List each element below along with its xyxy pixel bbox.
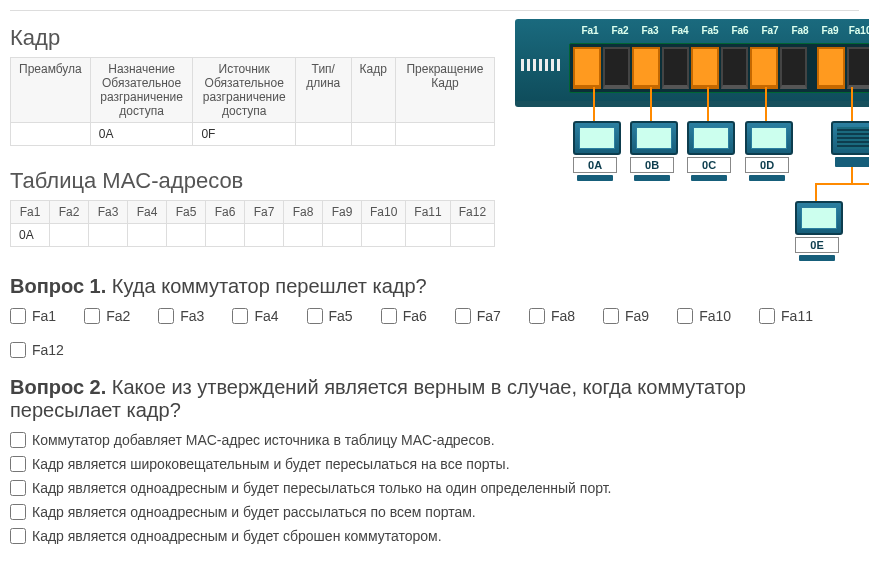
switch-port-label: Fa8 bbox=[785, 25, 815, 36]
q1-option[interactable]: Fa6 bbox=[381, 308, 427, 324]
mac-th: Fa10 bbox=[362, 201, 406, 224]
mac-td: 0A bbox=[11, 224, 50, 247]
q2-option[interactable]: Кадр является одноадресным и будет перес… bbox=[10, 480, 859, 496]
q1-option[interactable]: Fa9 bbox=[603, 308, 649, 324]
q2-option[interactable]: Кадр является широковещательным и будет … bbox=[10, 456, 859, 472]
switch-port bbox=[603, 47, 631, 89]
frame-th-type: Тип/ длина bbox=[296, 58, 352, 123]
frame-th-fcs: Прекращение Кадр bbox=[395, 58, 494, 123]
hub bbox=[831, 121, 869, 167]
q1-checkbox[interactable] bbox=[10, 308, 26, 324]
mac-th: Fa8 bbox=[284, 201, 323, 224]
q1-checkbox[interactable] bbox=[10, 342, 26, 358]
q1-checkbox[interactable] bbox=[232, 308, 248, 324]
q1-checkbox[interactable] bbox=[381, 308, 397, 324]
q1-checkbox[interactable] bbox=[603, 308, 619, 324]
q2-options: Коммутатор добавляет MAC-адрес источника… bbox=[10, 432, 859, 544]
mac-th: Fa7 bbox=[245, 201, 284, 224]
switch-port bbox=[691, 47, 719, 89]
q1-option[interactable]: Fa12 bbox=[10, 342, 64, 358]
frame-th-preamble: Преамбула bbox=[11, 58, 91, 123]
switch-port-label: Fa10 bbox=[845, 25, 869, 36]
switch-port-label: Fa9 bbox=[815, 25, 845, 36]
q1-checkbox[interactable] bbox=[455, 308, 471, 324]
mac-table: Fa1Fa2Fa3Fa4Fa5Fa6Fa7Fa8Fa9Fa10Fa11Fa12 … bbox=[10, 200, 495, 247]
q1-option[interactable]: Fa3 bbox=[158, 308, 204, 324]
mac-td bbox=[245, 224, 284, 247]
frame-td-preamble bbox=[11, 123, 91, 146]
switch-port-label: Fa1 bbox=[575, 25, 605, 36]
q1-option[interactable]: Fa7 bbox=[455, 308, 501, 324]
q1-option[interactable]: Fa8 bbox=[529, 308, 575, 324]
q2-option[interactable]: Кадр является одноадресным и будет рассы… bbox=[10, 504, 859, 520]
mac-td bbox=[206, 224, 245, 247]
host-0B: 0B bbox=[630, 121, 674, 181]
q2-checkbox[interactable] bbox=[10, 504, 26, 520]
mac-td bbox=[362, 224, 406, 247]
q1-title: Вопрос 1. Куда коммутатор перешлет кадр? bbox=[10, 275, 859, 298]
switch-port-label: Fa7 bbox=[755, 25, 785, 36]
mac-th: Fa9 bbox=[323, 201, 362, 224]
switch-port-label: Fa4 bbox=[665, 25, 695, 36]
frame-th-src: Источник Обязательное разграничение дост… bbox=[193, 58, 296, 123]
mac-td bbox=[89, 224, 128, 247]
host-0A: 0A bbox=[573, 121, 617, 181]
q1-option[interactable]: Fa10 bbox=[677, 308, 731, 324]
switch-port bbox=[632, 47, 660, 89]
q1-checkbox[interactable] bbox=[529, 308, 545, 324]
mac-section-title: Таблица MAC-адресов bbox=[10, 168, 495, 194]
q1-checkbox[interactable] bbox=[759, 308, 775, 324]
q1-checkbox[interactable] bbox=[677, 308, 693, 324]
mac-td bbox=[450, 224, 494, 247]
switch-port bbox=[721, 47, 749, 89]
q2-checkbox[interactable] bbox=[10, 456, 26, 472]
frame-th-data: Кадр bbox=[351, 58, 395, 123]
mac-th: Fa3 bbox=[89, 201, 128, 224]
q1-option[interactable]: Fa2 bbox=[84, 308, 130, 324]
mac-td bbox=[167, 224, 206, 247]
switch-port bbox=[662, 47, 690, 89]
frame-section-title: Кадр bbox=[10, 25, 495, 51]
frame-td-data bbox=[351, 123, 395, 146]
q1-option[interactable]: Fa5 bbox=[307, 308, 353, 324]
q2-option[interactable]: Кадр является одноадресным и будет сброш… bbox=[10, 528, 859, 544]
mac-th: Fa11 bbox=[406, 201, 450, 224]
switch-port bbox=[817, 47, 845, 89]
q1-option[interactable]: Fa11 bbox=[759, 308, 813, 324]
frame-td-type bbox=[296, 123, 352, 146]
q2-checkbox[interactable] bbox=[10, 480, 26, 496]
frame-td-dest: 0A bbox=[90, 123, 193, 146]
mac-th: Fa5 bbox=[167, 201, 206, 224]
host-0E: 0E bbox=[795, 201, 839, 261]
q1-checkbox[interactable] bbox=[84, 308, 100, 324]
switch-port-label: Fa5 bbox=[695, 25, 725, 36]
q1-checkbox[interactable] bbox=[158, 308, 174, 324]
mac-td bbox=[128, 224, 167, 247]
switch-port bbox=[573, 47, 601, 89]
switch-port bbox=[847, 47, 869, 89]
mac-td bbox=[284, 224, 323, 247]
mac-td bbox=[323, 224, 362, 247]
q1-options: Fa1Fa2Fa3Fa4Fa5Fa6Fa7Fa8Fa9Fa10Fa11Fa12 bbox=[10, 308, 859, 358]
q2-checkbox[interactable] bbox=[10, 528, 26, 544]
frame-td-fcs bbox=[395, 123, 494, 146]
q1-checkbox[interactable] bbox=[307, 308, 323, 324]
mac-th: Fa1 bbox=[11, 201, 50, 224]
mac-th: Fa2 bbox=[50, 201, 89, 224]
q2-option[interactable]: Коммутатор добавляет MAC-адрес источника… bbox=[10, 432, 859, 448]
switch-port bbox=[750, 47, 778, 89]
q2-title: Вопрос 2. Какое из утверждений является … bbox=[10, 376, 859, 422]
network-diagram: Fa1Fa2Fa3Fa4Fa5Fa6Fa7Fa8Fa9Fa10Fa11Fa12 … bbox=[515, 17, 869, 257]
mac-th: Fa6 bbox=[206, 201, 245, 224]
switch-port-label: Fa6 bbox=[725, 25, 755, 36]
q1-option[interactable]: Fa1 bbox=[10, 308, 56, 324]
mac-th: Fa12 bbox=[450, 201, 494, 224]
frame-table: Преамбула Назначение Обязательное разгра… bbox=[10, 57, 495, 146]
q1-option[interactable]: Fa4 bbox=[232, 308, 278, 324]
q2-checkbox[interactable] bbox=[10, 432, 26, 448]
frame-td-src: 0F bbox=[193, 123, 296, 146]
host-0C: 0C bbox=[687, 121, 731, 181]
mac-td bbox=[406, 224, 450, 247]
switch-port-label: Fa2 bbox=[605, 25, 635, 36]
host-0D: 0D bbox=[745, 121, 789, 181]
